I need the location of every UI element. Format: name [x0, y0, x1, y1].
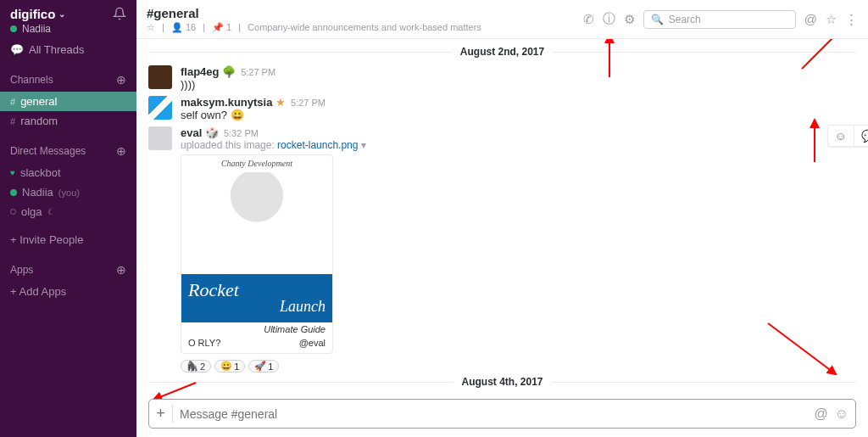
reaction-count: 2 — [200, 361, 205, 372]
channel-header: #general ☆ | 👤 16 | 📌 1 | Company-wide a… — [136, 0, 868, 39]
presence-dot-icon — [10, 189, 17, 196]
sidebar-channel-general[interactable]: # general — [0, 92, 136, 111]
attachment-footer-left: O RLY? — [188, 338, 220, 348]
message-time: 5:32 PM — [224, 128, 259, 138]
more-icon[interactable]: ⋮ — [845, 12, 858, 27]
threads-icon: 💬 — [10, 43, 24, 56]
heart-icon: ♥ — [10, 168, 15, 177]
upload-caption: uploaded this image: — [181, 139, 277, 151]
new-dm-icon[interactable]: ⊕ — [116, 144, 126, 158]
dm-label: olga — [21, 205, 42, 218]
star-channel-icon[interactable]: ☆ — [826, 12, 837, 27]
avatar[interactable] — [148, 65, 172, 89]
info-icon[interactable]: ⓘ — [603, 11, 615, 27]
dm-header[interactable]: Direct Messages — [10, 145, 86, 157]
all-threads-link[interactable]: 💬 All Threads — [0, 40, 136, 59]
channel-label: random — [20, 115, 58, 127]
channel-topic[interactable]: Company-wide announcements and work-base… — [248, 22, 481, 32]
add-channel-icon[interactable]: ⊕ — [116, 73, 126, 87]
dm-self[interactable]: Nadiia (you) — [0, 182, 136, 202]
mention-icon[interactable]: @ — [814, 406, 827, 422]
dm-olga[interactable]: olga ☾ — [0, 202, 136, 221]
message-list: August 2nd, 2017 flap4eg 🌳5:27 PM )))) m… — [136, 39, 868, 399]
attach-plus-icon[interactable]: + — [156, 405, 173, 423]
reaction[interactable]: 🦍2 — [181, 360, 211, 373]
message-text: self own? 😀 — [181, 109, 326, 121]
avatar[interactable] — [148, 96, 172, 120]
date-divider: August 2nd, 2017 — [460, 46, 544, 58]
avatar[interactable] — [148, 126, 172, 150]
star-icon[interactable]: ☆ — [147, 22, 155, 33]
channel-label: general — [20, 95, 57, 108]
message-composer[interactable]: + @ ☺ — [148, 399, 856, 429]
reaction-emoji: 🚀 — [254, 361, 266, 372]
attachment-illustration — [206, 172, 308, 266]
start-thread-icon[interactable]: 💬 — [854, 126, 868, 146]
presence-dot-away-icon — [10, 209, 16, 215]
dm-label: Nadiia — [22, 186, 53, 199]
message-row: flap4eg 🌳5:27 PM )))) — [148, 63, 856, 93]
message-hover-actions: ☺ 💬 ↗ ☆ ⋯ — [827, 125, 868, 147]
invite-label: Invite People — [19, 233, 83, 246]
channel-name[interactable]: #general — [147, 6, 481, 20]
invite-people-link[interactable]: + Invite People — [0, 230, 136, 249]
add-reaction-icon[interactable]: ☺ — [828, 126, 854, 146]
workspace-switcher[interactable]: digifico ⌄ — [10, 7, 65, 21]
workspace-name: digifico — [10, 7, 55, 21]
hash-icon: # — [10, 116, 15, 126]
reaction-emoji: 🦍 — [186, 361, 198, 372]
add-apps-link[interactable]: + Add Apps — [0, 282, 136, 301]
reaction-count: 1 — [234, 361, 239, 372]
chevron-down-icon: ⌄ — [58, 9, 65, 19]
you-label: (you) — [58, 188, 80, 198]
status-emoji: 🎲 — [205, 126, 219, 139]
message-author[interactable]: eval — [181, 126, 202, 139]
search-placeholder: Search — [669, 14, 701, 25]
gear-icon[interactable]: ⚙ — [624, 12, 635, 27]
current-user-name: Nadiia — [22, 23, 51, 35]
search-box[interactable]: 🔍 Search — [643, 10, 796, 29]
status-emoji: ★ — [275, 96, 286, 109]
message-row: maksym.kunytsia ★5:27 PM self own? 😀 — [148, 93, 856, 124]
pin-icon: 📌 — [212, 22, 224, 32]
sidebar: digifico ⌄ Nadiia 💬 All Threads Channels… — [0, 0, 136, 437]
reaction-count: 1 — [268, 361, 273, 372]
phone-icon[interactable]: ✆ — [583, 12, 594, 27]
emoji-icon[interactable]: ☺ — [835, 406, 849, 422]
composer-input[interactable] — [180, 407, 807, 421]
add-apps-label: Add Apps — [19, 285, 67, 298]
date-divider: August 4th, 2017 — [461, 376, 542, 388]
away-icon: ☾ — [47, 207, 55, 216]
message-author[interactable]: maksym.kunytsia — [181, 96, 272, 109]
dm-label: slackbot — [20, 166, 61, 179]
hash-icon: # — [10, 97, 15, 107]
caret-down-icon[interactable]: ▾ — [361, 139, 366, 151]
attachment-filename[interactable]: rocket-launch.png — [277, 139, 358, 151]
bell-icon[interactable] — [113, 7, 126, 23]
main-panel: #general ☆ | 👤 16 | 📌 1 | Company-wide a… — [136, 0, 868, 437]
search-icon: 🔍 — [651, 14, 664, 25]
presence-dot-icon — [10, 25, 17, 32]
members-icon: 👤 — [171, 22, 183, 32]
attachment-top-label: Chanty Development — [221, 159, 292, 168]
dm-slackbot[interactable]: ♥ slackbot — [0, 163, 136, 182]
attachment-subtitle: Ultimate Guide — [181, 322, 332, 336]
message-text: )))) — [181, 78, 275, 91]
members-count[interactable]: 16 — [186, 22, 196, 32]
reaction-emoji: 😀 — [220, 361, 232, 372]
message-author[interactable]: flap4eg — [181, 65, 220, 78]
add-app-icon[interactable]: ⊕ — [116, 263, 126, 277]
pin-count[interactable]: 1 — [226, 22, 231, 32]
sidebar-channel-random[interactable]: # random — [0, 111, 136, 131]
image-attachment[interactable]: Chanty Development Rocket Launch Ultimat… — [181, 154, 333, 354]
message-time: 5:27 PM — [241, 67, 275, 77]
reaction[interactable]: 😀1 — [214, 360, 245, 373]
message-time: 5:27 PM — [291, 98, 326, 108]
reaction[interactable]: 🚀1 — [248, 360, 279, 373]
status-emoji: 🌳 — [222, 65, 236, 78]
apps-header[interactable]: Apps — [10, 264, 33, 276]
reactions-bar: 🦍2 😀1 🚀1 — [181, 360, 856, 373]
channels-header[interactable]: Channels — [10, 74, 53, 86]
attachment-footer-right: @eval — [299, 338, 326, 348]
mentions-icon[interactable]: @ — [804, 12, 817, 26]
